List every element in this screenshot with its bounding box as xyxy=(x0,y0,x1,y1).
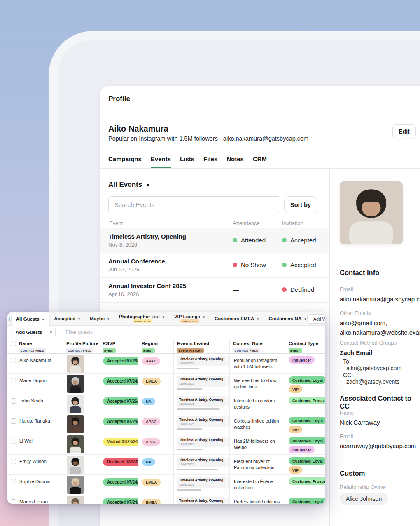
guest-row[interactable]: John Smith Accepted 07/26/24NATimeless A… xyxy=(7,394,325,414)
header-label-wrap: NameCONTACT FIELD xyxy=(19,341,46,353)
events-invited-cell: Timeless Artistry, Opening11/08/2026Annu… xyxy=(173,394,229,414)
filter-guests-input[interactable] xyxy=(61,326,325,339)
tab-files[interactable]: Files xyxy=(203,155,217,168)
row-checkbox[interactable] xyxy=(11,499,16,504)
event-chip: Timeless Artistry, Opening11/08/2026 xyxy=(177,416,226,427)
add-tab-button[interactable]: + xyxy=(7,312,11,325)
event-row[interactable]: Annual ConferenceJun 12, 2026No ShowAcce… xyxy=(100,253,329,278)
guest-name-cell: Aiko Nakamura xyxy=(7,354,63,373)
rsvp-pill: Accepted 07/24/24 xyxy=(103,418,138,425)
guest-photo-cell xyxy=(63,434,99,454)
tab-events[interactable]: Events xyxy=(151,155,171,168)
row-checkbox[interactable] xyxy=(11,439,16,444)
guest-row[interactable]: Haruto Tanaka Accepted 07/24/24APACTimel… xyxy=(7,414,325,434)
add-view-button[interactable]: Add View xyxy=(307,314,325,324)
contact-type-cell: Customer, Prospective xyxy=(285,394,325,414)
assoc-email-label: Email xyxy=(340,433,353,439)
region-pill: APAC xyxy=(142,418,160,425)
invitation-label: Accepted xyxy=(290,261,316,268)
tab-visibility-badge: PUBLIC VIEW xyxy=(133,319,152,323)
tab-lists[interactable]: Lists xyxy=(180,155,194,168)
event-title: Timeless Artistry, Opening xyxy=(108,233,186,240)
contact-subtitle: Popular on Instagram with 1.5M followers… xyxy=(108,135,308,142)
guest-tab-vip-lounge[interactable]: VIP Lounge▼PUBLIC EDIT xyxy=(170,312,210,325)
tab-campaigns[interactable]: Campaigns xyxy=(108,155,142,168)
event-history-bar xyxy=(177,408,220,410)
context-note-cell: Collects limited edition watches xyxy=(229,414,285,434)
row-checkbox[interactable] xyxy=(11,459,16,464)
guest-row[interactable]: Aiko Nakamura Accepted 07/26/24APACTimel… xyxy=(7,354,325,374)
region-pill: EMEA xyxy=(142,499,161,504)
guest-name-cell: Li Wei xyxy=(7,434,63,454)
event-history-bar xyxy=(177,469,218,470)
row-checkbox[interactable] xyxy=(11,418,16,424)
guest-photo-cell xyxy=(63,394,99,414)
invitation-status: Accepted xyxy=(282,237,316,244)
add-guests-button[interactable]: Add Guests ▼ xyxy=(11,328,56,337)
events-invited-cell: Timeless Artistry, Opening11/08/2026Annu… xyxy=(173,374,229,394)
other-email-1: aiko@gmail.com, xyxy=(340,319,387,328)
guest-name-cell: Sophie Dubois xyxy=(7,475,63,495)
person-photo-placeholder xyxy=(340,181,403,244)
guest-photo-cell xyxy=(63,475,99,495)
row-checkbox[interactable] xyxy=(11,479,16,484)
guest-tab-customers-emea[interactable]: Customers EMEA▼ xyxy=(210,312,264,325)
context-note-cell: Interested in custom designs xyxy=(229,394,285,414)
search-events-input[interactable] xyxy=(108,196,280,213)
contact-type-pill: Customer, Loyal xyxy=(289,498,325,504)
events-filter-dropdown[interactable]: All Events▼ xyxy=(108,181,150,189)
guest-list-card: +All Guests▼Accepted▼Maybe▼Photographer … xyxy=(7,312,325,504)
header-profile-picture: Profile PictureCONTACT FIELD xyxy=(63,339,99,353)
column-event: Event xyxy=(109,220,123,226)
tab-crm[interactable]: CRM xyxy=(253,155,267,168)
region-cell: EMEA xyxy=(138,495,173,504)
guest-tab-accepted[interactable]: Accepted▼ xyxy=(50,312,86,325)
other-emails-label: Other Emails xyxy=(340,310,371,316)
region-pill: APAC xyxy=(142,357,160,365)
column-type-badge: EVENT HISTORY xyxy=(177,348,204,353)
event-row[interactable]: Timeless Artistry, OpeningNov 8, 2026Att… xyxy=(100,228,329,253)
relationship-owner-chip: Alice Johnson xyxy=(340,493,388,505)
contact-type-cell: Influencer xyxy=(285,354,325,373)
guest-row[interactable]: Marie Dupont Accepted 07/24/24EMEATimele… xyxy=(7,374,325,394)
chevron-down-icon: ▼ xyxy=(107,317,110,321)
row-checkbox[interactable] xyxy=(11,398,16,404)
contact-type-cell: Customer, LoyalVIP xyxy=(285,414,325,434)
guest-tab-all-guests[interactable]: All Guests▼ xyxy=(11,312,50,326)
sort-by-button[interactable]: Sort by xyxy=(284,196,317,213)
header-name: NameCONTACT FIELD xyxy=(7,339,63,353)
column-type-badge: EVENT xyxy=(142,348,155,353)
contact-type-cell: Customer, LoyalVIP xyxy=(285,455,325,474)
header-events-invited: Events InvitedEVENT HISTORY xyxy=(173,339,229,353)
tab-notes[interactable]: Notes xyxy=(226,155,244,168)
contact-info-header: Contact Info xyxy=(340,269,379,277)
guest-photo-cell xyxy=(63,495,99,504)
attendance-label: Attended xyxy=(241,237,266,244)
header-label-wrap: Context NoteCONTACT FIELD xyxy=(233,341,282,353)
chevron-down-icon: ▼ xyxy=(77,317,81,321)
select-all-checkbox[interactable] xyxy=(11,341,16,346)
guest-tab-customers-na[interactable]: Customers NA▼ xyxy=(264,312,311,325)
guest-photo-cell xyxy=(63,455,99,474)
row-checkbox[interactable] xyxy=(11,378,16,383)
chevron-down-icon[interactable]: ▼ xyxy=(47,328,55,337)
event-chip: Timeless Artistry, Opening11/08/2026 xyxy=(177,356,226,366)
guest-row[interactable]: Sophie Dubois Accepted 07/24/24EMEATimel… xyxy=(7,475,325,495)
guest-row[interactable]: Li Wei Visited 07/24/24APACTimeless Arti… xyxy=(7,434,325,455)
tab-visibility-badge: PUBLIC EDIT xyxy=(180,319,199,323)
context-note-cell: Frequent buyer of Patrimony collection xyxy=(229,455,285,474)
region-cell: APAC xyxy=(138,414,173,434)
guest-tab-photographer-list[interactable]: Photographer List▼PUBLIC VIEW xyxy=(114,312,170,325)
rsvp-pill: Visited 07/24/24 xyxy=(103,438,138,446)
row-checkbox[interactable] xyxy=(11,358,16,363)
guest-tab-maybe[interactable]: Maybe▼ xyxy=(85,312,114,325)
context-note-cell: We need her to show up this time. xyxy=(229,374,285,394)
guest-name-cell: Marco Ferrari xyxy=(7,495,63,504)
edit-button[interactable]: Edit xyxy=(392,124,416,138)
guest-row[interactable]: Emily Wilson Declined 07/26/24NATimeless… xyxy=(7,455,325,475)
event-row[interactable]: Annual Investor Conf 2025Apr 16, 2026—De… xyxy=(100,278,329,303)
guest-row[interactable]: Marco Ferrari Accepted 07/24/24EMEATimel… xyxy=(7,495,325,504)
event-date: Apr 16, 2026 xyxy=(108,291,139,297)
status-dot-icon xyxy=(233,263,237,267)
header-context-note: Context NoteCONTACT FIELD xyxy=(229,339,285,353)
